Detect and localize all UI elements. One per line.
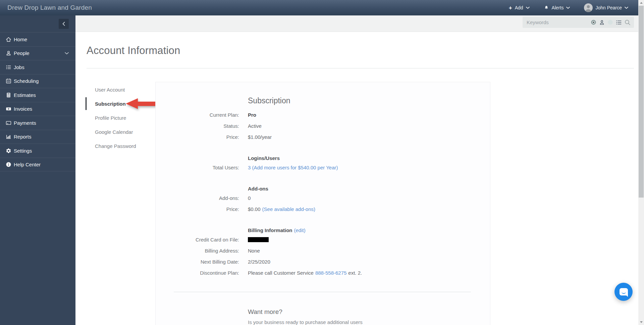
chevron-down-icon xyxy=(526,7,530,9)
sidebar-item-estimates[interactable]: Estimates xyxy=(0,88,75,102)
addons-value: 0 xyxy=(248,195,251,201)
add-menu[interactable]: + Add xyxy=(509,5,530,11)
addons-heading-row: Add-ons xyxy=(156,184,490,193)
home-icon xyxy=(6,37,11,42)
main-content: Account Information User Account Subscri… xyxy=(75,32,638,325)
discontinue-plan-text: Please call Customer Service xyxy=(248,270,314,276)
search-toolbar xyxy=(75,15,638,32)
scrollbar-down-arrow[interactable] xyxy=(638,319,644,325)
sidebar-collapse-button[interactable] xyxy=(59,19,69,29)
subnav-item-profile-picture[interactable]: Profile Picture xyxy=(95,111,152,125)
credit-card-label: Credit Card on File: xyxy=(156,237,239,242)
avatar xyxy=(584,3,593,12)
sidebar-item-help-center[interactable]: Help Center xyxy=(0,158,75,172)
target-icon[interactable] xyxy=(591,19,596,25)
sidebar-item-invoices[interactable]: Invoices xyxy=(0,102,75,116)
search-bar[interactable] xyxy=(523,17,634,28)
next-billing-date-label: Next Billing Date: xyxy=(156,259,239,265)
people-icon xyxy=(6,50,11,56)
person-icon[interactable] xyxy=(599,20,604,25)
billing-address-value: None xyxy=(248,248,260,254)
subnav-item-subscription[interactable]: Subscription xyxy=(95,97,152,111)
user-menu[interactable]: John Pearce xyxy=(584,3,628,12)
want-more-text: Is your business ready to purchase addit… xyxy=(248,319,366,325)
scrollbar-thumb[interactable] xyxy=(639,6,644,198)
chat-bubble-icon xyxy=(620,288,628,295)
addons-price-value: $0.00 xyxy=(248,206,261,212)
current-plan-row: Current Plan: Pro xyxy=(156,109,490,120)
price-label: Price: xyxy=(156,134,239,140)
addons-count-row: Add-ons: 0 xyxy=(156,193,490,204)
alerts-menu-label: Alerts xyxy=(552,5,564,10)
payments-icon xyxy=(6,120,11,126)
top-header-bar: Drew Drop Lawn and Garden + Add Alerts J… xyxy=(0,0,638,15)
sidebar-item-jobs[interactable]: Jobs xyxy=(0,60,75,74)
discontinue-plan-label: Discontinue Plan: xyxy=(156,270,239,276)
addons-price-label: Price: xyxy=(156,206,239,212)
status-label: Status: xyxy=(156,123,239,129)
estimates-icon xyxy=(6,92,11,98)
discontinue-plan-row: Discontinue Plan: Please call Customer S… xyxy=(156,267,490,278)
card-divider xyxy=(174,292,471,292)
sidebar-item-home[interactable]: Home xyxy=(0,32,75,46)
app-title: Drew Drop Lawn and Garden xyxy=(7,4,92,11)
sidebar-item-label: Jobs xyxy=(14,64,24,70)
total-users-row: Total Users: 3 (Add more users for $540.… xyxy=(156,162,490,173)
bell-icon xyxy=(544,5,549,11)
sidebar-item-scheduling[interactable]: Scheduling xyxy=(0,74,75,88)
sidebar-item-label: People xyxy=(14,50,30,56)
circle-icon[interactable] xyxy=(607,19,613,25)
add-more-users-link[interactable]: 3 (Add more users for $540.00 per Year) xyxy=(248,165,338,170)
search-input[interactable] xyxy=(527,19,591,25)
subnav-item-user-account[interactable]: User Account xyxy=(95,83,152,97)
next-billing-date-row: Next Billing Date: 2/25/2020 xyxy=(156,256,490,267)
billing-edit-link[interactable]: (edit) xyxy=(294,227,306,233)
price-value: $1.00/year xyxy=(248,134,272,140)
subscription-card: Subscription Current Plan: Pro Status: A… xyxy=(155,82,490,325)
want-more-heading: Want more? xyxy=(248,308,490,316)
billing-address-label: Billing Address: xyxy=(156,248,239,254)
title-divider xyxy=(87,68,634,68)
subnav-item-change-password[interactable]: Change Password xyxy=(95,139,152,153)
list-icon[interactable] xyxy=(616,20,622,25)
scrollbar[interactable] xyxy=(638,0,644,325)
total-users-label: Total Users: xyxy=(156,165,239,170)
page-title: Account Information xyxy=(87,45,180,57)
subnav-item-google-calendar[interactable]: Google Calendar xyxy=(95,125,152,139)
customer-service-phone-link[interactable]: 888-558-6275 xyxy=(315,270,346,276)
chat-launcher-button[interactable] xyxy=(614,283,633,301)
billing-address-row: Billing Address: None xyxy=(156,245,490,256)
want-more-section: Want more? Is your business ready to pur… xyxy=(248,308,490,325)
sidebar-item-label: Reports xyxy=(14,134,32,140)
sidebar-item-payments[interactable]: Payments xyxy=(0,116,75,130)
discontinue-plan-suffix: ext. 2. xyxy=(348,270,362,276)
sidebar-item-people[interactable]: People xyxy=(0,46,75,60)
sidebar-item-label: Scheduling xyxy=(14,78,39,84)
sidebar-item-reports[interactable]: Reports xyxy=(0,130,75,144)
account-subnav: User Account Subscription Profile Pictur… xyxy=(95,83,152,153)
sidebar-item-label: Invoices xyxy=(14,106,32,112)
jobs-icon xyxy=(6,64,11,70)
chevron-down-icon xyxy=(566,7,570,9)
credit-card-redacted-value xyxy=(248,237,269,242)
see-available-addons-link[interactable]: (See available add-ons) xyxy=(262,206,315,212)
sidebar-item-settings[interactable]: Settings xyxy=(0,144,75,158)
sidebar-item-label: Help Center xyxy=(14,162,41,167)
chevron-down-icon xyxy=(625,7,628,9)
user-name: John Pearce xyxy=(595,5,622,10)
current-plan-label: Current Plan: xyxy=(156,112,239,118)
billing-heading-row: Billing Information (edit) xyxy=(156,226,490,234)
addons-label: Add-ons: xyxy=(156,195,239,201)
scrollbar-up-arrow[interactable] xyxy=(638,0,644,6)
search-icon[interactable] xyxy=(625,19,631,25)
sidebar-item-label: Settings xyxy=(14,148,32,154)
addons-price-row: Price: $0.00 (See available add-ons) xyxy=(156,204,490,215)
invoices-icon xyxy=(6,106,11,112)
help-icon xyxy=(6,162,11,167)
logins-users-heading-row: Logins/Users xyxy=(156,154,490,162)
card-heading: Subscription xyxy=(248,96,490,105)
credit-card-row: Credit Card on File: xyxy=(156,234,490,245)
chevron-left-icon xyxy=(62,22,65,26)
alerts-menu[interactable]: Alerts xyxy=(544,5,570,11)
chevron-down-icon xyxy=(65,52,69,55)
